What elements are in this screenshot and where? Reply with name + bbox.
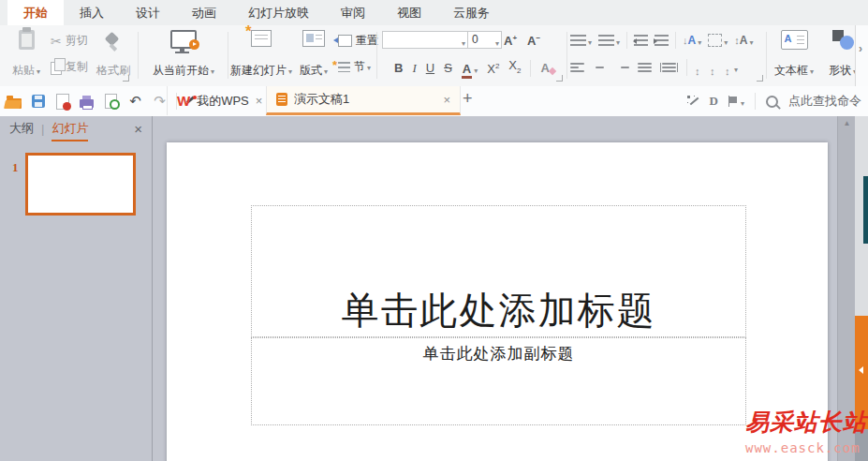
clear-format-button[interactable]: A — [540, 61, 549, 75]
decrease-indent-button[interactable] — [634, 35, 648, 46]
font-size-combobox[interactable]: 0 — [467, 31, 502, 49]
textbox-icon: A — [781, 30, 808, 50]
cut-button[interactable]: 剪切 — [51, 33, 88, 49]
align-left-button[interactable] — [570, 63, 584, 72]
format-painter-button[interactable]: 格式刷 — [92, 30, 135, 79]
clipboard-dialog-launcher[interactable] — [123, 75, 129, 82]
menu-tab-review[interactable]: 审阅 — [325, 0, 381, 25]
textbox-button[interactable]: A 文本框 — [770, 30, 818, 79]
menu-tab-insert[interactable]: 插入 — [64, 0, 120, 25]
chevron-down-icon — [495, 36, 499, 52]
find-command-entry[interactable]: 点此查找命令 — [788, 93, 861, 110]
panel-header: 大纲 | 幻灯片 × — [0, 116, 152, 141]
font-dialog-launcher[interactable] — [556, 75, 563, 82]
align-center-button[interactable] — [593, 63, 607, 72]
frame-icon — [708, 34, 722, 47]
ribbon-right-strip — [855, 25, 868, 86]
sparkle-icon: * — [245, 22, 252, 41]
docer-icon[interactable]: D — [710, 94, 718, 109]
menu-tab-cloud[interactable]: 云服务 — [437, 0, 506, 25]
font-color-icon: A — [462, 62, 472, 79]
align-right-button[interactable] — [615, 63, 629, 72]
copy-button[interactable]: 复制 — [51, 59, 88, 75]
slide-page[interactable]: 单击此处添加标题 单击此处添加副标题 — [167, 142, 828, 461]
close-tab-icon[interactable]: × — [256, 94, 263, 108]
share-button[interactable] — [728, 93, 744, 110]
font-format-row: B I U S A X2 X2 A — [394, 58, 550, 79]
subtitle-placeholder[interactable]: 单击此处添加副标题 — [251, 337, 746, 425]
close-tab-icon[interactable]: × — [443, 93, 450, 107]
new-slide-button[interactable]: * 新建幻灯片 — [232, 30, 290, 79]
save-button[interactable] — [30, 94, 46, 110]
superscript-button[interactable]: X2 — [487, 59, 499, 77]
font-group: 0 A+ A− B I U S A X2 X2 A — [381, 29, 565, 83]
subscript-button[interactable]: X2 — [508, 58, 521, 79]
magic-wand-icon[interactable] — [687, 96, 699, 108]
bold-button[interactable]: B — [394, 61, 403, 76]
spacing-options-button[interactable] — [726, 59, 738, 76]
tab-separator: | — [41, 122, 44, 136]
text-direction-button[interactable]: ↓A — [683, 32, 701, 49]
shrink-font-letter: A — [527, 34, 536, 48]
doc-tab-my-wps[interactable]: W 我的WPS × — [167, 86, 272, 115]
slides-tab[interactable]: 幻灯片 — [51, 116, 88, 141]
slide-canvas: 单击此处添加标题 单击此处添加副标题 — [153, 116, 837, 461]
undo-button[interactable] — [127, 94, 143, 110]
textbox-label: 文本框 — [774, 64, 808, 77]
vertical-scrollbar[interactable] — [837, 116, 856, 461]
grow-font-letter: A — [504, 34, 512, 48]
subtitle-placeholder-text: 单击此处添加副标题 — [423, 338, 575, 364]
redo-button[interactable] — [152, 94, 168, 110]
bullet-list-icon — [570, 35, 586, 46]
justify-button[interactable] — [638, 63, 652, 72]
play-from-current-button[interactable]: 从当前开始 — [142, 30, 225, 79]
menu-tab-animation[interactable]: 动画 — [176, 0, 232, 25]
print-button[interactable] — [79, 94, 95, 110]
section-button[interactable]: 节 — [333, 59, 371, 75]
close-panel-icon[interactable]: × — [134, 121, 142, 137]
search-icon[interactable] — [766, 96, 778, 108]
distribute-button[interactable] — [660, 63, 678, 72]
increase-indent-button[interactable] — [655, 35, 669, 46]
clipboard-group: 粘贴 剪切 复制 格式刷 — [6, 29, 137, 83]
font-name-combobox[interactable] — [382, 31, 468, 49]
collapsed-panel-tab[interactable] — [855, 316, 868, 429]
right-edge-strip — [855, 116, 868, 461]
doc-tab-presentation1[interactable]: 演示文稿1 × — [266, 86, 461, 115]
more-tools-chevron[interactable] — [859, 42, 862, 55]
menu-tab-slideshow[interactable]: 幻灯片放映 — [232, 0, 325, 25]
doc-tab-label: 我的WPS — [197, 93, 249, 110]
text-frame-button[interactable] — [708, 32, 728, 49]
grow-font-button[interactable]: A+ — [504, 31, 517, 49]
title-placeholder[interactable]: 单击此处添加标题 — [251, 205, 746, 337]
menu-tab-home[interactable]: 开始 — [7, 0, 64, 25]
new-tab-button[interactable]: + — [463, 89, 473, 109]
chevron-down-icon — [614, 32, 620, 49]
open-file-button[interactable] — [6, 94, 22, 110]
slide-thumbnail[interactable] — [25, 153, 136, 216]
numbering-button[interactable] — [598, 32, 620, 49]
scroll-up-arrow-icon[interactable] — [838, 116, 856, 130]
menu-tab-view[interactable]: 视图 — [381, 0, 437, 25]
bullets-button[interactable] — [570, 32, 592, 49]
background-window-sliver — [863, 176, 868, 244]
underline-button[interactable]: U — [426, 61, 434, 76]
paragraph-row-2 — [570, 59, 738, 76]
strikethrough-button[interactable]: S — [444, 61, 452, 76]
quick-right-icons: D 点此查找命令 — [687, 92, 861, 111]
shrink-font-sign: − — [536, 34, 540, 42]
ribbon: 粘贴 剪切 复制 格式刷 从当前开始 * 新建幻灯片 版式 — [0, 25, 868, 87]
export-pdf-button[interactable] — [54, 94, 70, 110]
reset-button[interactable]: 重置 — [333, 33, 378, 49]
paste-button[interactable]: 粘贴 — [7, 30, 45, 79]
pdf-icon — [56, 94, 69, 110]
menu-tab-design[interactable]: 设计 — [120, 0, 176, 25]
outline-tab[interactable]: 大纲 — [9, 116, 34, 141]
paragraph-dialog-launcher[interactable] — [757, 75, 763, 82]
italic-button[interactable]: I — [412, 61, 416, 76]
char-orientation-button[interactable]: ↕A — [734, 32, 753, 49]
shrink-font-button[interactable]: A− — [527, 31, 540, 49]
layout-button[interactable]: 版式 — [294, 30, 333, 79]
font-color-button[interactable]: A — [462, 60, 478, 77]
print-preview-button[interactable] — [103, 94, 119, 110]
